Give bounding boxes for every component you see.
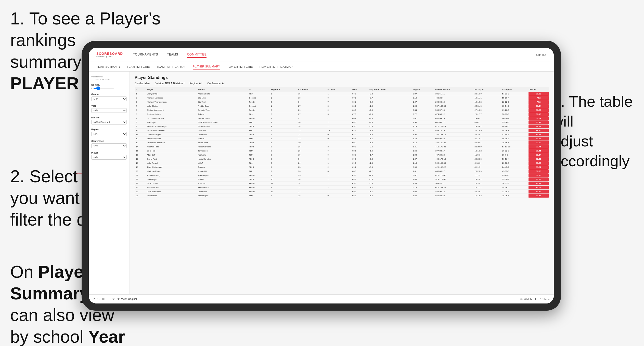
cell-rds: 2 (326, 116, 351, 120)
no-rds-slider[interactable] (93, 88, 114, 89)
logo: SCOREBOARD Powered by clippi (96, 52, 133, 58)
cell-school: Vanderbilt (197, 133, 248, 137)
subnav-player-h2h-heatmap[interactable]: PLAYER H2H HEATMAP (260, 64, 293, 69)
table-row[interactable]: 10 Jacob Skov Olesen Arkansas Fifth 5 22… (135, 129, 549, 133)
cell-yr: Fifth (248, 120, 269, 124)
table-row[interactable]: 21 Taehoon Song Washington Fourth 1 23 1… (135, 173, 549, 177)
cell-avg-sg: 2.34 (411, 108, 434, 112)
cell-vt50: 24-10-4 (501, 116, 529, 120)
refresh-btn[interactable]: ⟳ (112, 297, 115, 301)
cell-reg-rank: 8 (269, 145, 297, 149)
subnav-player-summary[interactable]: PLAYER SUMMARY (193, 64, 220, 70)
cell-player: Tiger Christensen (146, 165, 196, 169)
cell-wins: 68.7 (351, 133, 368, 137)
cell-avg-sg: 1.47 (411, 100, 434, 104)
cell-avg-sg: 1.88 (411, 182, 434, 186)
region-select[interactable]: N/A (91, 132, 127, 136)
cell-num: 7 (135, 116, 146, 120)
conference-select[interactable]: (All) (91, 143, 127, 148)
col-yr: Yr (248, 87, 269, 92)
nav-teams[interactable]: TEAMS (167, 52, 178, 58)
table-row[interactable]: 19 Tiger Christensen Arizona Third 5 23 … (135, 165, 549, 169)
cell-player: Bastien Amat (146, 186, 196, 190)
cell-vt50: 50-19-9 (501, 112, 529, 116)
subnav-team-h2h-grid[interactable]: TEAM H2H GRID (127, 64, 150, 69)
table-row[interactable]: 14 Maxwell Ford North Carolina Third 8 2… (135, 145, 549, 149)
cell-vt50: 29-38-2 (501, 177, 529, 182)
cell-adj: -1.5 (368, 149, 411, 153)
table-row[interactable]: 18 Luke Powell UCLA First 4 24 1 69.1 -1… (135, 161, 549, 165)
cell-vt25: 22-29-9 (473, 145, 501, 149)
cell-reg-rank: 6 (269, 169, 297, 173)
cell-vt25: 31-15-1 (473, 137, 501, 141)
download-btn[interactable]: ⬇ (534, 297, 537, 301)
subnav-team-h2h-heatmap[interactable]: TEAM H2H HEATMAP (157, 64, 186, 69)
cell-school: New Mexico (197, 186, 248, 190)
table-row[interactable]: 11 Gordon Sargent Vanderbilt Third 4 21 … (135, 133, 549, 137)
subnav-player-h2h-grid[interactable]: PLAYER H2H GRID (227, 64, 253, 69)
table-row[interactable]: 7 Nicholas Gabrelcik North Florida Fourt… (135, 116, 549, 120)
nav-tournaments[interactable]: TOURNAMENTS (133, 52, 158, 58)
undo-btn[interactable]: ↩ (93, 297, 95, 301)
share-btn[interactable]: ↗ Share (539, 297, 550, 301)
gender-select[interactable]: Men (91, 96, 127, 101)
cell-yr: Third (248, 124, 269, 129)
table-row[interactable]: 20 Matthew Riedel Vanderbilt Fifth 6 36 … (135, 169, 549, 173)
cell-points: 83.49 (529, 133, 549, 137)
bottom-toolbar: ↩ ↪ ⊞ ⋯ ⟳ 👁 View: Original 👁 Watch ⬇ ↗ S… (89, 294, 554, 303)
cell-school: Washington (197, 173, 248, 177)
col-vt50: Vs Top 50 (501, 87, 529, 92)
cell-reg-rank: 9 (269, 157, 297, 161)
cell-wins: 68.5 (351, 149, 368, 153)
cell-rds: 10 (326, 129, 351, 133)
cell-player: Petr Hruby (146, 194, 196, 198)
copy-btn[interactable]: ⊞ (102, 297, 105, 301)
cell-player: Jackson Koivun (146, 112, 196, 116)
table-row[interactable]: 16 Alex Goff Kentucky Fifth 8 19 0 68.3 … (135, 153, 549, 157)
table-row[interactable]: 5 Christo Lamprecht Georgia Tech Fourth … (135, 108, 549, 112)
cell-adj: -2.5 (368, 108, 411, 112)
cell-avg-sg: 1.66 (411, 149, 434, 153)
table-row[interactable]: 23 Jack Lundin Missouri Fourth 11 24 1 6… (135, 182, 549, 186)
table-row[interactable]: 15 Jake Hall Tennessee Fifth 8 25 7 68.5… (135, 149, 549, 153)
player-select[interactable]: (All) (91, 155, 127, 160)
cell-adj: -0.8 (368, 165, 411, 169)
subnav: TEAM SUMMARY TEAM H2H GRID TEAM H2H HEAT… (89, 62, 554, 72)
table-row[interactable]: 26 Petr Hruby Washington Fifth 7 25 0 68… (135, 194, 549, 198)
table-row[interactable]: 24 Bastien Amat New Mexico Fourth 1 27 2… (135, 186, 549, 190)
year-select[interactable]: (All) (91, 108, 127, 113)
cell-avg-sg: 3.07 (411, 92, 434, 96)
cell-vt25: 14-26-1 (473, 177, 501, 182)
table-row[interactable]: 17 David Ford North Carolina Third 9 9 0… (135, 157, 549, 161)
filter-region: Region: All (189, 82, 202, 85)
redo-btn[interactable]: ↪ (97, 297, 100, 301)
table-row[interactable]: 4 Luke Claton Florida State Second 1 27 … (135, 104, 549, 108)
cell-player: Luke Claton (146, 104, 196, 108)
more-btn[interactable]: ⋯ (107, 297, 110, 301)
table-row[interactable]: 8 Mats Ege East Tennessee State Fifth 1 … (135, 120, 549, 124)
cell-wins: 68.4 (351, 137, 368, 141)
sidebar: Update time: 27/03/2024 16:56:26 No Rds.… (89, 72, 130, 294)
cell-vt25: 25-22-1 (473, 133, 501, 137)
table-row[interactable]: 12 Brendan Valdes Auburn Fifth 5 77 0 68… (135, 137, 549, 141)
table-row[interactable]: 13 Phichakon Maichon Texas A&M Third 6 3… (135, 141, 549, 145)
cell-adj: -2.0 (368, 100, 411, 104)
table-row[interactable]: 1 Wenyi Ding Arizona State First 1 15 1 … (135, 92, 549, 96)
table-row[interactable]: 25 Cole Sherwood Vanderbilt Fourth 12 23… (135, 190, 549, 194)
table-row[interactable]: 9 Preston Summerhays Arizona State Third… (135, 124, 549, 129)
cell-player: Cole Sherwood (146, 190, 196, 194)
division-select[interactable]: NCAA Division I (91, 120, 127, 124)
table-row[interactable]: 3 Michael Thorbjornsen Stanford Fourth 2… (135, 100, 549, 104)
table-row[interactable]: 22 Ian Gilligan Florida Third 10 24 1 68… (135, 177, 549, 182)
cell-player: Brendan Valdes (146, 137, 196, 141)
subnav-team-summary[interactable]: TEAM SUMMARY (96, 64, 120, 69)
table-row[interactable]: 2 Michael Le Sasso Ole Miss Second 1 18 … (135, 96, 549, 100)
table-row[interactable]: 6 Jackson Koivun Auburn First 2 27 6 67.… (135, 112, 549, 116)
tablet-screen: SCOREBOARD Powered by clippi TOURNAMENTS… (89, 48, 554, 303)
cell-player: Gordon Sargent (146, 133, 196, 137)
sign-out-link[interactable]: Sign out (536, 53, 546, 56)
watch-btn[interactable]: 👁 Watch (520, 298, 532, 301)
nav-committee[interactable]: COMMITTEE (187, 52, 207, 58)
cell-avg-sg: 0.74 (411, 186, 434, 190)
cell-conf-rank: 25 (297, 149, 326, 153)
